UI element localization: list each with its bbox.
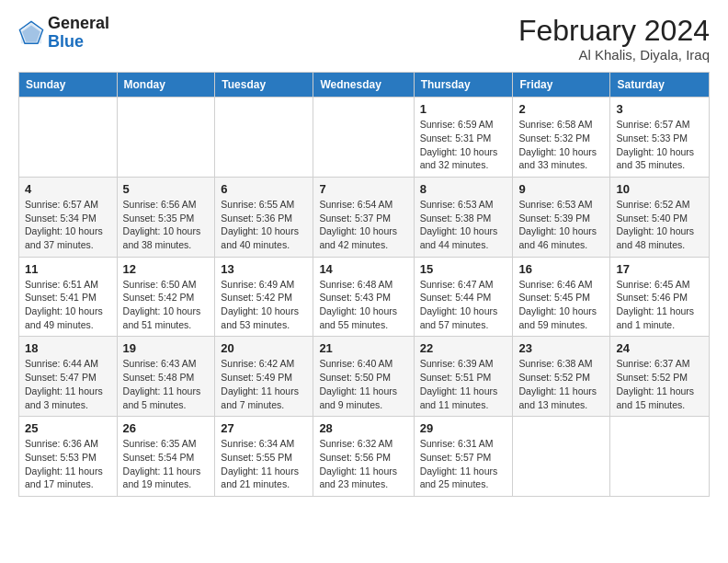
calendar-cell: 26Sunrise: 6:35 AMSunset: 5:54 PMDayligh… [117, 417, 215, 497]
calendar-cell: 1Sunrise: 6:59 AMSunset: 5:31 PMDaylight… [414, 98, 513, 178]
calendar-cell: 6Sunrise: 6:55 AMSunset: 5:36 PMDaylight… [215, 177, 313, 257]
day-number: 27 [221, 421, 307, 435]
day-info: Sunrise: 6:39 AMSunset: 5:51 PMDaylight:… [420, 357, 507, 411]
calendar-cell: 10Sunrise: 6:52 AMSunset: 5:40 PMDayligh… [610, 177, 710, 257]
calendar-cell: 2Sunrise: 6:58 AMSunset: 5:32 PMDaylight… [513, 98, 610, 178]
day-number: 20 [221, 341, 307, 355]
title-block: February 2024 Al Khalis, Diyala, Iraq [518, 15, 710, 63]
day-number: 25 [25, 421, 111, 435]
calendar-cell: 28Sunrise: 6:32 AMSunset: 5:56 PMDayligh… [313, 417, 414, 497]
day-number: 15 [420, 262, 507, 276]
day-info: Sunrise: 6:36 AMSunset: 5:53 PMDaylight:… [25, 437, 111, 491]
day-header-monday: Monday [117, 73, 215, 98]
day-number: 2 [518, 102, 604, 116]
calendar-cell [215, 98, 313, 178]
day-info: Sunrise: 6:35 AMSunset: 5:54 PMDaylight:… [123, 437, 210, 491]
day-number: 13 [221, 262, 307, 276]
calendar-cell: 15Sunrise: 6:47 AMSunset: 5:44 PMDayligh… [414, 257, 513, 337]
day-info: Sunrise: 6:50 AMSunset: 5:42 PMDaylight:… [123, 278, 210, 332]
day-number: 5 [123, 182, 210, 196]
day-number: 11 [25, 262, 111, 276]
calendar-cell: 24Sunrise: 6:37 AMSunset: 5:52 PMDayligh… [610, 337, 710, 417]
day-info: Sunrise: 6:47 AMSunset: 5:44 PMDaylight:… [420, 278, 507, 332]
day-number: 14 [319, 262, 407, 276]
logo-general: General [48, 14, 109, 32]
logo: General Blue [18, 15, 109, 52]
calendar-cell: 18Sunrise: 6:44 AMSunset: 5:47 PMDayligh… [19, 337, 118, 417]
header: General Blue February 2024 Al Khalis, Di… [18, 15, 710, 63]
day-number: 6 [221, 182, 307, 196]
calendar-table: SundayMondayTuesdayWednesdayThursdayFrid… [18, 72, 710, 497]
calendar-cell: 14Sunrise: 6:48 AMSunset: 5:43 PMDayligh… [313, 257, 414, 337]
day-number: 26 [123, 421, 210, 435]
calendar-cell: 27Sunrise: 6:34 AMSunset: 5:55 PMDayligh… [215, 417, 313, 497]
day-info: Sunrise: 6:55 AMSunset: 5:36 PMDaylight:… [221, 198, 307, 252]
day-info: Sunrise: 6:54 AMSunset: 5:37 PMDaylight:… [319, 198, 407, 252]
day-info: Sunrise: 6:46 AMSunset: 5:45 PMDaylight:… [518, 278, 604, 332]
day-number: 21 [319, 341, 407, 355]
day-info: Sunrise: 6:59 AMSunset: 5:31 PMDaylight:… [420, 118, 507, 172]
day-number: 16 [518, 262, 604, 276]
day-header-sunday: Sunday [19, 73, 118, 98]
day-number: 23 [518, 341, 604, 355]
calendar-week-row: 18Sunrise: 6:44 AMSunset: 5:47 PMDayligh… [19, 337, 710, 417]
day-header-friday: Friday [513, 73, 610, 98]
calendar-cell [610, 417, 710, 497]
calendar-cell: 19Sunrise: 6:43 AMSunset: 5:48 PMDayligh… [117, 337, 215, 417]
day-info: Sunrise: 6:31 AMSunset: 5:57 PMDaylight:… [420, 437, 507, 491]
day-header-tuesday: Tuesday [215, 73, 313, 98]
calendar-subtitle: Al Khalis, Diyala, Iraq [518, 47, 710, 63]
calendar-week-row: 4Sunrise: 6:57 AMSunset: 5:34 PMDaylight… [19, 177, 710, 257]
day-info: Sunrise: 6:48 AMSunset: 5:43 PMDaylight:… [319, 278, 407, 332]
calendar-cell: 29Sunrise: 6:31 AMSunset: 5:57 PMDayligh… [414, 417, 513, 497]
day-number: 12 [123, 262, 210, 276]
day-info: Sunrise: 6:44 AMSunset: 5:47 PMDaylight:… [25, 357, 111, 411]
day-info: Sunrise: 6:56 AMSunset: 5:35 PMDaylight:… [123, 198, 210, 252]
calendar-cell: 21Sunrise: 6:40 AMSunset: 5:50 PMDayligh… [313, 337, 414, 417]
day-info: Sunrise: 6:52 AMSunset: 5:40 PMDaylight:… [616, 198, 703, 252]
day-number: 24 [616, 341, 703, 355]
calendar-cell: 12Sunrise: 6:50 AMSunset: 5:42 PMDayligh… [117, 257, 215, 337]
day-info: Sunrise: 6:49 AMSunset: 5:42 PMDaylight:… [221, 278, 307, 332]
logo-blue: Blue [48, 32, 84, 51]
day-number: 17 [616, 262, 703, 276]
calendar-cell: 13Sunrise: 6:49 AMSunset: 5:42 PMDayligh… [215, 257, 313, 337]
day-number: 29 [420, 421, 507, 435]
calendar-week-row: 11Sunrise: 6:51 AMSunset: 5:41 PMDayligh… [19, 257, 710, 337]
calendar-cell [513, 417, 610, 497]
calendar-cell: 3Sunrise: 6:57 AMSunset: 5:33 PMDaylight… [610, 98, 710, 178]
page: General Blue February 2024 Al Khalis, Di… [0, 0, 728, 563]
calendar-cell [117, 98, 215, 178]
logo-icon [18, 20, 44, 46]
day-number: 18 [25, 341, 111, 355]
calendar-week-row: 1Sunrise: 6:59 AMSunset: 5:31 PMDaylight… [19, 98, 710, 178]
day-info: Sunrise: 6:34 AMSunset: 5:55 PMDaylight:… [221, 437, 307, 491]
day-number: 8 [420, 182, 507, 196]
calendar-cell: 11Sunrise: 6:51 AMSunset: 5:41 PMDayligh… [19, 257, 118, 337]
logo-text: General Blue [48, 15, 109, 52]
calendar-cell: 25Sunrise: 6:36 AMSunset: 5:53 PMDayligh… [19, 417, 118, 497]
day-number: 7 [319, 182, 407, 196]
day-info: Sunrise: 6:57 AMSunset: 5:34 PMDaylight:… [25, 198, 111, 252]
day-info: Sunrise: 6:53 AMSunset: 5:38 PMDaylight:… [420, 198, 507, 252]
calendar-cell: 4Sunrise: 6:57 AMSunset: 5:34 PMDaylight… [19, 177, 118, 257]
calendar-cell: 23Sunrise: 6:38 AMSunset: 5:52 PMDayligh… [513, 337, 610, 417]
day-info: Sunrise: 6:43 AMSunset: 5:48 PMDaylight:… [123, 357, 210, 411]
day-header-wednesday: Wednesday [313, 73, 414, 98]
day-info: Sunrise: 6:51 AMSunset: 5:41 PMDaylight:… [25, 278, 111, 332]
day-info: Sunrise: 6:57 AMSunset: 5:33 PMDaylight:… [616, 118, 703, 172]
day-number: 22 [420, 341, 507, 355]
calendar-cell: 16Sunrise: 6:46 AMSunset: 5:45 PMDayligh… [513, 257, 610, 337]
day-info: Sunrise: 6:45 AMSunset: 5:46 PMDaylight:… [616, 278, 703, 332]
calendar-cell: 22Sunrise: 6:39 AMSunset: 5:51 PMDayligh… [414, 337, 513, 417]
day-header-saturday: Saturday [610, 73, 710, 98]
calendar-cell: 5Sunrise: 6:56 AMSunset: 5:35 PMDaylight… [117, 177, 215, 257]
calendar-cell: 7Sunrise: 6:54 AMSunset: 5:37 PMDaylight… [313, 177, 414, 257]
day-info: Sunrise: 6:53 AMSunset: 5:39 PMDaylight:… [518, 198, 604, 252]
day-info: Sunrise: 6:40 AMSunset: 5:50 PMDaylight:… [319, 357, 407, 411]
calendar-header-row: SundayMondayTuesdayWednesdayThursdayFrid… [19, 73, 710, 98]
day-number: 3 [616, 102, 703, 116]
day-number: 19 [123, 341, 210, 355]
calendar-cell [313, 98, 414, 178]
day-info: Sunrise: 6:58 AMSunset: 5:32 PMDaylight:… [518, 118, 604, 172]
